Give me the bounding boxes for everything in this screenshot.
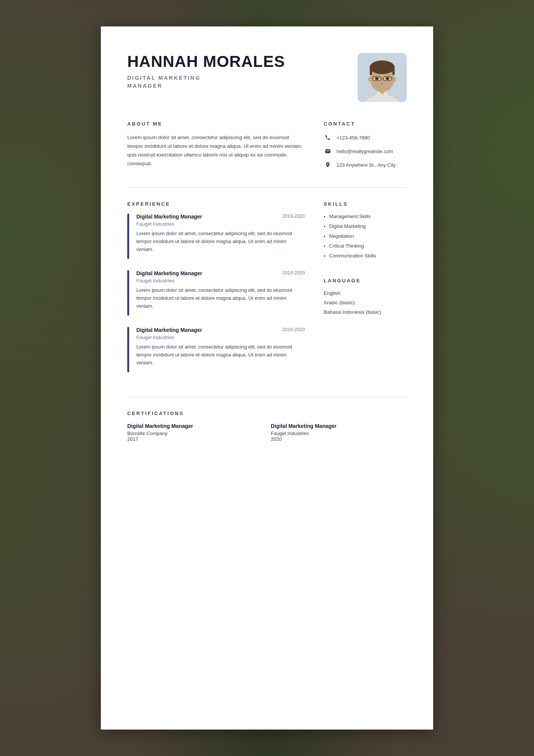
exp-item-1: Digital Marketing Manager 2019-2020 Faug… bbox=[127, 214, 305, 259]
lang-item-1: English bbox=[324, 290, 407, 296]
candidate-title: DIGITAL MARKETING MANAGER bbox=[127, 74, 285, 90]
svg-rect-6 bbox=[370, 67, 372, 75]
skill-text-4: Critical Thinking bbox=[329, 243, 364, 249]
exp-item-2: Digital Marketing Manager 2019-2020 Faug… bbox=[127, 270, 305, 316]
exp-bar-1 bbox=[127, 214, 129, 259]
email-item: hello@reallygreatsite.com bbox=[324, 147, 407, 155]
cert-item-2: Digital Marketing Manager Fauget Industr… bbox=[271, 423, 407, 442]
exp-date-2: 2019-2020 bbox=[282, 270, 305, 276]
contact-section: CONTACT +123-456-7890 hello@reallygreats… bbox=[324, 121, 407, 174]
cert-item-1: Digital Marketing Manager Borcelle Compa… bbox=[127, 423, 263, 442]
exp-title-2: Digital Marketing Manager bbox=[136, 270, 202, 276]
exp-item-3: Digital Marketing Manager 2019-2020 Faug… bbox=[127, 327, 305, 372]
skill-item-3: • Negotiation bbox=[324, 233, 407, 239]
experience-section: EXPERIENCE Digital Marketing Manager 201… bbox=[127, 201, 305, 384]
cert-title-1: Digital Marketing Manager bbox=[127, 423, 263, 429]
exp-desc-2: Lorem ipsum dolor sit amet, consectetur … bbox=[136, 287, 305, 310]
email-icon bbox=[324, 147, 332, 155]
candidate-name: HANNAH MORALES bbox=[127, 53, 285, 70]
phone-icon bbox=[324, 133, 332, 142]
exp-content-2: Digital Marketing Manager 2019-2020 Faug… bbox=[136, 270, 305, 316]
cert-org-2: Fauget Industries bbox=[271, 431, 407, 436]
language-title: LANGUAGE bbox=[324, 278, 407, 284]
skill-item-4: • Critical Thinking bbox=[324, 243, 407, 249]
exp-date-1: 2019-2020 bbox=[282, 214, 305, 219]
svg-point-19 bbox=[381, 82, 383, 85]
contact-title: CONTACT bbox=[324, 121, 407, 127]
language-section: LANGUAGE English Arabic (basic) Bahasa I… bbox=[324, 278, 407, 315]
bullet-5: • bbox=[324, 253, 326, 259]
about-text: Lorem ipsum dolor sit amet, consectetur … bbox=[127, 133, 305, 168]
exp-bar-2 bbox=[127, 270, 129, 316]
exp-date-3: 2019-2020 bbox=[282, 327, 305, 332]
bullet-2: • bbox=[324, 224, 326, 229]
skill-item-5: • Communication Skills bbox=[324, 253, 407, 259]
lang-item-2: Arabic (basic) bbox=[324, 300, 407, 305]
exp-desc-1: Lorem ipsum dolor sit amet, consectetur … bbox=[136, 230, 305, 253]
divider-1 bbox=[127, 187, 407, 188]
certifications-section: CERTIFICATIONS Digital Marketing Manager… bbox=[127, 411, 407, 442]
mid-row: EXPERIENCE Digital Marketing Manager 201… bbox=[127, 201, 407, 384]
svg-rect-7 bbox=[392, 67, 395, 75]
email-text: hello@reallygreatsite.com bbox=[336, 149, 393, 154]
skill-text-5: Communication Skills bbox=[329, 253, 376, 259]
svg-point-18 bbox=[386, 77, 389, 80]
exp-title-3: Digital Marketing Manager bbox=[136, 327, 202, 333]
skill-item-1: • Management Skills bbox=[324, 214, 407, 220]
right-column: SKILLS • Management Skills • Digital Mar… bbox=[324, 201, 407, 384]
header-left: HANNAH MORALES DIGITAL MARKETING MANAGER bbox=[127, 53, 285, 90]
resume-card: HANNAH MORALES DIGITAL MARKETING MANAGER bbox=[101, 26, 433, 730]
svg-point-17 bbox=[375, 77, 379, 80]
location-icon bbox=[324, 161, 332, 169]
exp-desc-3: Lorem ipsum dolor sit amet, consectetur … bbox=[136, 343, 305, 367]
skill-item-2: • Digital Marketing bbox=[324, 223, 407, 229]
phone-item: +123-456-7890 bbox=[324, 133, 407, 142]
skills-title: SKILLS bbox=[324, 201, 407, 207]
cert-title-2: Digital Marketing Manager bbox=[271, 423, 407, 429]
phone-text: +123-456-7890 bbox=[336, 135, 370, 141]
experience-title: EXPERIENCE bbox=[127, 201, 305, 207]
skills-section: SKILLS • Management Skills • Digital Mar… bbox=[324, 201, 407, 259]
divider-2 bbox=[127, 397, 407, 397]
about-title: ABOUT ME bbox=[127, 121, 305, 127]
bullet-1: • bbox=[324, 214, 326, 220]
skill-text-3: Negotiation bbox=[329, 233, 354, 239]
exp-title-1: Digital Marketing Manager bbox=[136, 214, 202, 220]
skill-text-1: Management Skills bbox=[329, 214, 371, 219]
lang-item-3: Bahasa Indonesia (basic) bbox=[324, 309, 407, 315]
exp-content-3: Digital Marketing Manager 2019-2020 Faug… bbox=[136, 327, 305, 372]
exp-company-1: Fauget Industries bbox=[136, 221, 305, 227]
exp-content-1: Digital Marketing Manager 2019-2020 Faug… bbox=[136, 214, 305, 259]
exp-company-3: Fauget Industries bbox=[136, 335, 305, 340]
address-item: 123 Anywhere St., Any City bbox=[324, 161, 407, 169]
certifications-title: CERTIFICATIONS bbox=[127, 411, 407, 416]
exp-header-2: Digital Marketing Manager 2019-2020 bbox=[136, 270, 305, 276]
bullet-3: • bbox=[324, 234, 326, 239]
svg-point-20 bbox=[375, 85, 390, 91]
cert-year-1: 2017 bbox=[127, 436, 263, 442]
about-section: ABOUT ME Lorem ipsum dolor sit amet, con… bbox=[127, 121, 305, 174]
cert-org-1: Borcelle Company bbox=[127, 431, 263, 436]
header-section: HANNAH MORALES DIGITAL MARKETING MANAGER bbox=[127, 53, 407, 102]
svg-point-5 bbox=[370, 60, 395, 74]
cert-year-2: 2020 bbox=[271, 436, 407, 442]
exp-header-1: Digital Marketing Manager 2019-2020 bbox=[136, 214, 305, 220]
exp-header-3: Digital Marketing Manager 2019-2020 bbox=[136, 327, 305, 333]
svg-point-8 bbox=[368, 77, 372, 82]
skill-text-2: Digital Marketing bbox=[329, 223, 366, 229]
top-row: ABOUT ME Lorem ipsum dolor sit amet, con… bbox=[127, 121, 407, 174]
cert-grid: Digital Marketing Manager Borcelle Compa… bbox=[127, 423, 407, 442]
avatar bbox=[358, 53, 407, 102]
exp-company-2: Fauget Industries bbox=[136, 278, 305, 284]
bullet-4: • bbox=[324, 243, 326, 249]
exp-bar-3 bbox=[127, 327, 129, 372]
address-text: 123 Anywhere St., Any City bbox=[336, 162, 396, 168]
svg-point-9 bbox=[392, 77, 396, 82]
